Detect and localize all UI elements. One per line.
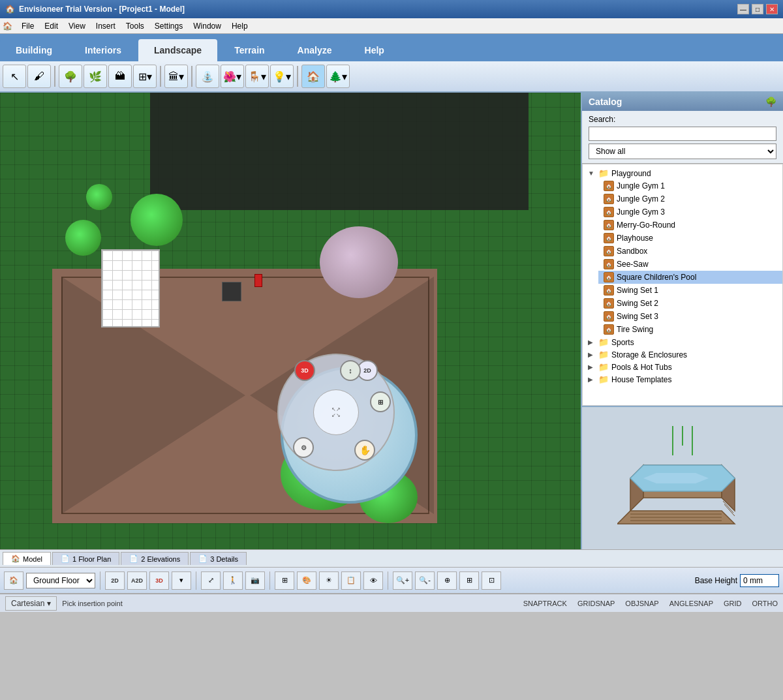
tab-floor-plan[interactable]: 📄 1 Floor Plan xyxy=(52,552,119,565)
view-layers[interactable]: 📋 xyxy=(341,571,361,590)
tab-help[interactable]: Help xyxy=(349,39,400,61)
zoom-in-button[interactable]: 🔍+ xyxy=(393,571,412,590)
shrub-tool[interactable]: 🌿 xyxy=(84,65,107,88)
menu-file[interactable]: File xyxy=(16,20,39,32)
menu-help[interactable]: Help xyxy=(226,20,253,32)
expand-icon-pools: ▶ xyxy=(588,363,596,371)
fence-tool[interactable]: ⊞▾ xyxy=(133,65,157,88)
folder-house-templates-header[interactable]: ▶ 📁 House Templates xyxy=(585,373,782,386)
paint-tool[interactable]: 🖌 xyxy=(27,65,51,88)
item-swing-set-1[interactable]: 🏠 Swing Set 1 xyxy=(598,284,782,297)
tab-analyze[interactable]: Analyze xyxy=(282,39,348,61)
tree-tool[interactable]: 🌳 xyxy=(59,65,82,88)
radial-grid-button[interactable]: ⊞ xyxy=(370,391,391,412)
radial-pan-button[interactable]: ↕ xyxy=(340,360,361,381)
expand-icon-storage: ▶ xyxy=(588,351,596,358)
tab-elevations[interactable]: 📄 2 Elevations xyxy=(121,552,189,565)
pool-preview-svg xyxy=(617,419,748,537)
ortho-indicator: ORTHO xyxy=(752,600,778,607)
right-panel: Catalog 🌳 Search: Show all ▼ 📁 Playgroun… xyxy=(581,93,783,549)
view-a2d-button[interactable]: A2D xyxy=(127,571,147,590)
view-eye[interactable]: 👁 xyxy=(363,571,383,590)
menu-window[interactable]: Window xyxy=(188,20,226,32)
menu-insert[interactable]: Insert xyxy=(91,20,121,32)
home-view-button[interactable]: 🏠 xyxy=(4,571,23,590)
item-label-swing-set-2: Swing Set 2 xyxy=(617,299,658,308)
outdoor-tool[interactable]: ⛲ xyxy=(196,65,219,88)
folder-pools-header[interactable]: ▶ 📁 Pools & Hot Tubs xyxy=(585,361,782,373)
item-jungle-gym-1[interactable]: 🏠 Jungle Gym 1 xyxy=(598,179,782,192)
item-tire-swing[interactable]: 🏠 Tire Swing xyxy=(598,323,782,336)
radial-menu[interactable]: ↖↗↙↘ 3D 2D ⊞ ✋ ⚙ ↕ xyxy=(277,354,395,471)
menu-tools[interactable]: Tools xyxy=(121,20,149,32)
maximize-button[interactable]: □ xyxy=(752,4,763,14)
title-bar-controls[interactable]: — □ ✕ xyxy=(737,4,778,14)
light-tool[interactable]: 💡▾ xyxy=(270,65,294,88)
item-merry-go-round[interactable]: 🏠 Merry-Go-Round xyxy=(598,219,782,232)
tab-terrain[interactable]: Terrain xyxy=(219,39,280,61)
zoom-extent[interactable]: ⊕ xyxy=(437,571,457,590)
item-swing-set-3[interactable]: 🏠 Swing Set 3 xyxy=(598,310,782,323)
menu-icon: 🏠 xyxy=(3,22,12,31)
view-sun[interactable]: ☀ xyxy=(319,571,339,590)
zoom-window[interactable]: ⊞ xyxy=(459,571,479,590)
show-all-select[interactable]: Show all xyxy=(589,144,776,159)
base-height-input[interactable] xyxy=(740,574,779,587)
search-input[interactable] xyxy=(589,127,776,141)
item-playhouse[interactable]: 🏠 Playhouse xyxy=(598,232,782,245)
terrain-paint[interactable]: 🏔 xyxy=(108,65,132,88)
item-see-saw[interactable]: 🏠 See-Saw xyxy=(598,258,782,271)
menu-view[interactable]: View xyxy=(63,20,91,32)
folder-icon-house-templates: 📁 xyxy=(598,374,609,384)
cartesian-button[interactable]: Cartesian ▾ xyxy=(5,596,57,611)
radial-extra-button[interactable]: ⚙ xyxy=(293,437,314,458)
tab-building[interactable]: Building xyxy=(0,39,68,61)
structure-tool[interactable]: 🏛▾ xyxy=(164,65,188,88)
item-jungle-gym-2[interactable]: 🏠 Jungle Gym 2 xyxy=(598,192,782,205)
view-camera[interactable]: 📷 xyxy=(245,571,265,590)
view-3d-drop[interactable]: ▾ xyxy=(172,571,191,590)
folder-storage-header[interactable]: ▶ 📁 Storage & Enclosures xyxy=(585,348,782,361)
radial-move-button[interactable]: ✋ xyxy=(354,440,375,461)
item-icon-3: 🏠 xyxy=(604,207,614,217)
view-render[interactable]: 🎨 xyxy=(297,571,316,590)
view-fence[interactable]: ⊞ xyxy=(275,571,294,590)
folder-house-templates-label: House Templates xyxy=(611,375,672,384)
close-button[interactable]: ✕ xyxy=(766,4,778,14)
item-icon-5: 🏠 xyxy=(604,233,614,243)
item-square-childrens-pool[interactable]: 🏠 Square Children's Pool xyxy=(598,271,782,284)
tab-landscape[interactable]: Landscape xyxy=(138,39,217,61)
item-swing-set-2[interactable]: 🏠 Swing Set 2 xyxy=(598,297,782,310)
tree2-tool[interactable]: 🌲▾ xyxy=(326,65,350,88)
status-indicators: SNAPTRACK GRIDSNAP OBJSNAP ANGLESNAP GRI… xyxy=(523,600,778,607)
menu-edit[interactable]: Edit xyxy=(39,20,63,32)
folder-playground-header[interactable]: ▼ 📁 Playground xyxy=(585,167,782,179)
folder-sports-header[interactable]: ▶ 📁 Sports xyxy=(585,336,782,348)
item-sandbox[interactable]: 🏠 Sandbox xyxy=(598,245,782,258)
toolbar-separator-4 xyxy=(297,66,298,87)
minimize-button[interactable]: — xyxy=(737,4,749,14)
tab-details[interactable]: 📄 3 Details xyxy=(190,552,247,565)
tab-elevations-icon: 📄 xyxy=(129,555,138,563)
view-3d-button[interactable]: 3D xyxy=(149,571,169,590)
item-icon-7: 🏠 xyxy=(604,259,614,269)
radial-3d-button[interactable]: 3D xyxy=(294,360,315,381)
select-tool[interactable]: ↖ xyxy=(3,65,26,88)
plant-tool[interactable]: 🌺▾ xyxy=(221,65,244,88)
gazebo-tool[interactable]: 🏠 xyxy=(301,65,325,88)
tab-interiors[interactable]: Interiors xyxy=(69,39,137,61)
view-move[interactable]: ⤢ xyxy=(201,571,221,590)
item-jungle-gym-3[interactable]: 🏠 Jungle Gym 3 xyxy=(598,205,782,219)
furniture-tool[interactable]: 🪑▾ xyxy=(245,65,269,88)
view-walk[interactable]: 🚶 xyxy=(223,571,243,590)
playground-children: 🏠 Jungle Gym 1 🏠 Jungle Gym 2 🏠 Jungle G… xyxy=(585,179,782,336)
zoom-out-button[interactable]: 🔍- xyxy=(415,571,435,590)
tab-model[interactable]: 🏠 Model xyxy=(3,552,51,565)
item-icon-12: 🏠 xyxy=(604,324,614,335)
menu-settings[interactable]: Settings xyxy=(149,20,188,32)
canvas-area[interactable]: ↖↗↙↘ 3D 2D ⊞ ✋ ⚙ ↕ xyxy=(0,93,581,549)
zoom-extra[interactable]: ⊡ xyxy=(482,571,501,590)
view-2d-button[interactable]: 2D xyxy=(105,571,125,590)
expand-icon-sports: ▶ xyxy=(588,339,596,346)
floor-select[interactable]: Ground Floor First Floor Second Floor Ro… xyxy=(26,573,95,588)
